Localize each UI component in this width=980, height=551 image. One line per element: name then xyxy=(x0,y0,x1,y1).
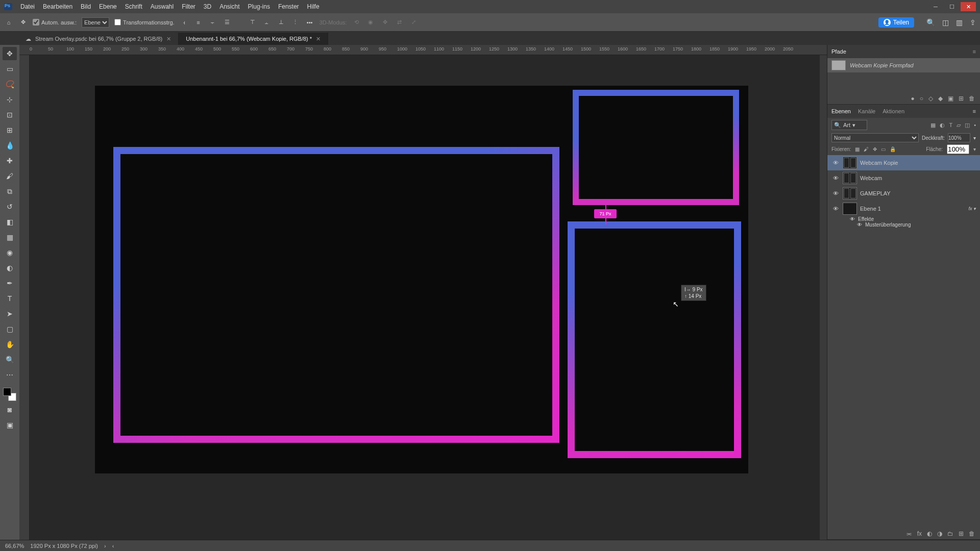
adjustment-icon[interactable]: ◑ xyxy=(937,530,942,537)
filter-shape-icon[interactable]: ▱ xyxy=(957,122,961,129)
chevron-right-icon[interactable]: › xyxy=(104,543,106,549)
frame-tool[interactable]: ⊞ xyxy=(3,123,17,137)
export-icon[interactable]: ⇪ xyxy=(970,18,976,27)
filter-toggle-icon[interactable]: • xyxy=(974,122,976,129)
window-close-icon[interactable]: ✕ xyxy=(961,2,976,11)
new-path-icon[interactable]: ⊞ xyxy=(959,95,964,102)
delete-path-icon[interactable]: 🗑 xyxy=(969,95,975,102)
distribute-v-icon[interactable]: ⋮ xyxy=(291,18,300,27)
fx-icon[interactable]: fx xyxy=(917,530,922,537)
dodge-tool[interactable]: ◐ xyxy=(3,261,17,274)
layer-name[interactable]: Webcam Kopie xyxy=(860,160,898,166)
new-layer-icon[interactable]: ⊞ xyxy=(959,530,964,537)
layer-thumb[interactable] xyxy=(843,157,857,169)
canvas[interactable]: 71 Px I→ 9 Px ↑ 14 Px ↖ xyxy=(30,55,820,540)
pen-tool[interactable]: ✒ xyxy=(3,277,17,290)
crop-tool[interactable]: ⊡ xyxy=(3,108,17,121)
fx-pattern-overlay[interactable]: 👁 Musterüberlagerung xyxy=(827,222,980,228)
visibility-icon[interactable]: 👁 xyxy=(831,160,840,166)
lock-all-icon[interactable]: 🔒 xyxy=(890,146,896,152)
transform-controls-check[interactable]: Transformationsstrg. xyxy=(114,19,174,26)
tab-paths[interactable]: Pfade xyxy=(831,48,846,55)
menu-select[interactable]: Auswahl xyxy=(151,3,174,10)
panel-menu-icon[interactable]: ≡ xyxy=(973,48,976,55)
layer-gameplay[interactable]: 👁 GAMEPLAY xyxy=(827,186,980,201)
auto-select-target[interactable]: Ebene xyxy=(82,17,109,28)
stamp-tool[interactable]: ⧉ xyxy=(3,185,17,198)
history-brush-tool[interactable]: ↺ xyxy=(3,200,17,213)
visibility-icon[interactable]: 👁 xyxy=(831,206,840,212)
menu-view[interactable]: Ansicht xyxy=(219,3,239,10)
blend-mode[interactable]: Normal xyxy=(831,133,919,142)
stroke-path-icon[interactable]: ○ xyxy=(920,95,923,102)
layer-thumb[interactable] xyxy=(843,203,857,215)
brush-tool[interactable]: 🖌 xyxy=(3,169,17,183)
filter-pixel-icon[interactable]: ▦ xyxy=(930,122,936,129)
panel-menu-icon[interactable]: ≡ xyxy=(973,108,976,114)
marquee-tool[interactable]: ▭ xyxy=(3,62,17,76)
link-layers-icon[interactable]: ⫘ xyxy=(906,530,912,537)
fill-input[interactable] xyxy=(947,144,969,154)
more-align-icon[interactable]: ••• xyxy=(305,18,314,27)
align-right-icon[interactable]: ⫟ xyxy=(208,18,217,27)
heal-tool[interactable]: ✚ xyxy=(3,154,17,167)
sel-to-path-icon[interactable]: ◆ xyxy=(938,95,943,102)
menu-plugins[interactable]: Plug-ins xyxy=(248,3,270,10)
lock-pos-icon[interactable]: ✥ xyxy=(873,146,877,152)
share-button[interactable]: 👤 Teilen xyxy=(878,17,914,28)
zoom-tool[interactable]: 🔍 xyxy=(3,353,17,366)
tab-channels[interactable]: Kanäle xyxy=(858,108,875,114)
fill-path-icon[interactable]: ● xyxy=(911,95,915,102)
menu-window[interactable]: Fenster xyxy=(278,3,299,10)
auto-select-checkbox[interactable] xyxy=(33,19,39,26)
fx-badge[interactable]: fx ▾ xyxy=(968,206,976,211)
search-icon[interactable]: 🔍 xyxy=(926,18,935,27)
eyedropper-tool[interactable]: 💧 xyxy=(3,139,17,152)
eraser-tool[interactable]: ◧ xyxy=(3,215,17,229)
tab-actions[interactable]: Aktionen xyxy=(883,108,904,114)
menu-edit[interactable]: Bearbeiten xyxy=(43,3,72,10)
vertical-ruler[interactable] xyxy=(19,55,30,540)
color-swatch[interactable] xyxy=(3,388,16,401)
webcam-frame[interactable] xyxy=(573,90,739,205)
align-top-icon[interactable]: ⊤ xyxy=(248,18,257,27)
group-icon[interactable]: 🗀 xyxy=(947,530,953,537)
distribute-icon[interactable]: ☰ xyxy=(223,18,232,27)
close-icon[interactable]: ✕ xyxy=(166,36,171,42)
webcam-copy-frame[interactable] xyxy=(568,221,741,458)
path-item[interactable]: Webcam Kopie Formpfad xyxy=(827,58,980,72)
fx-heading[interactable]: 👁 Effekte xyxy=(827,216,980,222)
type-tool[interactable]: T xyxy=(3,292,17,305)
lock-nest-icon[interactable]: ▭ xyxy=(881,146,886,152)
fg-color[interactable] xyxy=(3,388,11,396)
wand-tool[interactable]: ⊹ xyxy=(3,93,17,106)
menu-type[interactable]: Schrift xyxy=(125,3,142,10)
arrange-icon[interactable]: ▥ xyxy=(956,18,963,27)
window-min-icon[interactable]: ─ xyxy=(928,2,943,11)
home-icon[interactable]: ⌂ xyxy=(4,18,13,27)
menu-filter[interactable]: Filter xyxy=(182,3,195,10)
lasso-tool[interactable]: 📿 xyxy=(3,78,17,91)
align-bottom-icon[interactable]: ⊥ xyxy=(277,18,286,27)
more-tools-icon[interactable]: ⋯ xyxy=(3,368,17,382)
visibility-icon[interactable]: 👁 xyxy=(831,175,840,181)
transform-checkbox[interactable] xyxy=(114,19,121,26)
visibility-icon[interactable]: 👁 xyxy=(831,190,840,196)
layer-name[interactable]: Webcam xyxy=(860,175,882,181)
filter-smart-icon[interactable]: ◫ xyxy=(965,122,970,129)
menu-help[interactable]: Hilfe xyxy=(307,3,320,10)
layer-name[interactable]: GAMEPLAY xyxy=(860,190,891,196)
screenmode-tool[interactable]: ▣ xyxy=(3,418,17,432)
blur-tool[interactable]: ◉ xyxy=(3,246,17,259)
mask-icon[interactable]: ◐ xyxy=(927,530,932,537)
visibility-icon[interactable]: 👁 xyxy=(857,222,862,228)
filter-adjust-icon[interactable]: ◐ xyxy=(940,122,945,129)
layer-webcam[interactable]: 👁 Webcam xyxy=(827,170,980,186)
doc-dims[interactable]: 1920 Px x 1080 Px (72 ppi) xyxy=(30,543,98,549)
menu-layer[interactable]: Ebene xyxy=(99,3,117,10)
filter-type-icon[interactable]: T xyxy=(949,122,952,129)
hand-tool[interactable]: ✋ xyxy=(3,338,17,351)
rectangle-tool[interactable]: ▢ xyxy=(3,322,17,336)
workspace-icon[interactable]: ◫ xyxy=(942,18,949,27)
layer-webcam-kopie[interactable]: 👁 Webcam Kopie xyxy=(827,155,980,170)
